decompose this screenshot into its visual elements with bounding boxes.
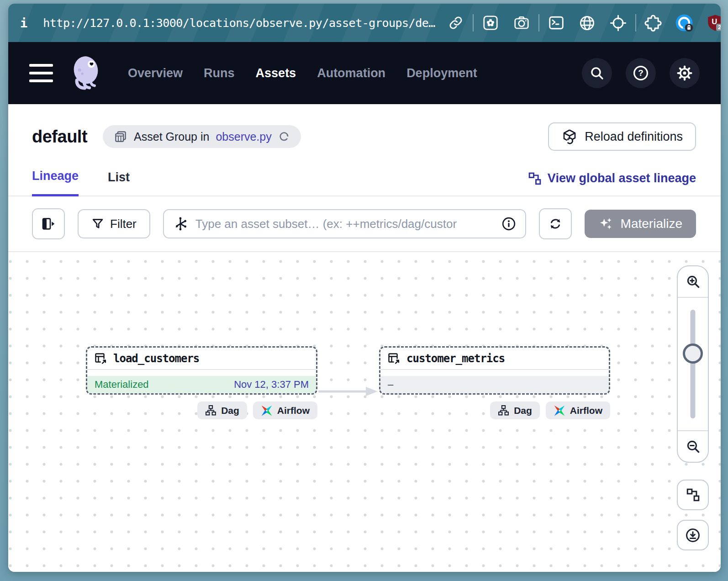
camera-icon <box>513 15 530 31</box>
browser-toolbar: i http://127.0.0.1:3000/locations/observ… <box>8 4 721 42</box>
toolbar-divider <box>635 14 636 32</box>
camera-button[interactable] <box>511 12 532 33</box>
toolbar-divider <box>538 14 539 32</box>
panel-expand-icon <box>41 217 56 231</box>
devtools-group <box>546 12 629 33</box>
adblock-button[interactable]: U 2 <box>705 12 721 33</box>
hamburger-menu-button[interactable] <box>29 64 53 82</box>
terminal-icon <box>548 15 564 31</box>
picker-button[interactable] <box>608 12 629 33</box>
zoom-slider[interactable] <box>678 298 708 430</box>
airflow-icon <box>554 405 565 417</box>
sparkles-icon <box>598 216 614 232</box>
tab-list[interactable]: List <box>108 170 130 195</box>
materialization-status: – <box>388 379 393 391</box>
zoom-in-button[interactable] <box>678 266 708 298</box>
extensions-button[interactable] <box>643 12 664 33</box>
dagster-logo[interactable] <box>67 54 105 92</box>
reload-definitions-button[interactable]: Reload definitions <box>548 122 696 151</box>
page-title: default <box>32 127 87 147</box>
nav-actions: ? <box>582 58 700 88</box>
screenshot-flower-button[interactable] <box>480 12 501 33</box>
code-location-link[interactable]: observe.py <box>216 130 271 143</box>
tag-dag[interactable]: Dag <box>197 401 247 419</box>
tag-label: Airflow <box>570 405 602 416</box>
asset-status-row: – <box>380 376 609 393</box>
view-global-asset-lineage-label: View global asset lineage <box>548 171 696 185</box>
asset-name: load_customers <box>113 352 199 365</box>
download-graph-button[interactable] <box>677 520 709 550</box>
airflow-icon <box>261 405 273 417</box>
dag-icon <box>205 405 216 416</box>
asset-node-header: customer_metrics <box>380 348 609 370</box>
browser-action-icons: U 2 <box>466 12 721 33</box>
assets-page: default Asset Group in observe.py <box>8 104 721 572</box>
toolbar-divider <box>473 14 474 32</box>
lineage-canvas[interactable]: load_customers Materialized Nov 12, 3:37… <box>8 251 721 572</box>
view-global-asset-lineage-link[interactable]: View global asset lineage <box>528 171 696 195</box>
fit-graph-button[interactable] <box>677 480 709 510</box>
tab-lineage[interactable]: Lineage <box>32 169 79 196</box>
refresh-graph-button[interactable] <box>539 208 572 239</box>
svg-text:U: U <box>712 17 717 26</box>
nav-item-deployment[interactable]: Deployment <box>406 66 477 80</box>
zoom-out-button[interactable] <box>678 430 708 462</box>
asset-tags-customer-metrics: Dag Airflow <box>379 401 610 419</box>
page-header: default Asset Group in observe.py <box>8 104 721 151</box>
filter-button[interactable]: Filter <box>78 209 150 238</box>
search-icon <box>590 66 604 80</box>
zoom-in-icon <box>686 274 701 289</box>
address-bar-url[interactable]: http://127.0.0.1:3000/locations/observe.… <box>43 16 435 30</box>
search-button[interactable] <box>582 58 612 88</box>
nav-item-automation[interactable]: Automation <box>317 66 385 80</box>
download-icon <box>685 528 701 543</box>
nav-item-assets[interactable]: Assets <box>256 66 296 80</box>
lineage-graph-icon <box>686 488 700 502</box>
svg-text:?: ? <box>638 68 643 78</box>
capture-group <box>480 12 532 33</box>
observable-asset-icon <box>387 352 400 365</box>
asset-node-customer-metrics[interactable]: customer_metrics – <box>379 346 610 395</box>
expand-side-panel-button[interactable] <box>32 208 65 239</box>
dag-icon <box>498 405 509 416</box>
nav-item-overview[interactable]: Overview <box>128 66 183 80</box>
materialization-timestamp[interactable]: Nov 12, 3:37 PM <box>234 379 309 391</box>
puzzle-icon <box>644 14 662 32</box>
screen: i http://127.0.0.1:3000/locations/observ… <box>0 0 728 581</box>
badge-refresh-icon[interactable] <box>278 131 290 143</box>
materialize-label: Materialize <box>621 217 682 231</box>
tag-label: Dag <box>514 405 532 416</box>
zoom-slider-track[interactable] <box>691 310 696 418</box>
shield-badge-icon: U 2 <box>706 14 721 32</box>
info-icon[interactable] <box>501 217 516 231</box>
globe-button[interactable] <box>577 12 598 33</box>
extensions-group: U 2 <box>643 12 721 33</box>
tag-dag[interactable]: Dag <box>490 401 540 419</box>
help-button[interactable]: ? <box>626 58 656 88</box>
asset-node-body <box>87 370 316 376</box>
asset-subset-input[interactable] <box>195 217 495 232</box>
observable-asset-icon <box>94 352 107 365</box>
flower-container-icon <box>482 15 499 31</box>
browser-window: i http://127.0.0.1:3000/locations/observ… <box>8 4 721 572</box>
asset-group-label: Asset Group in <box>134 130 209 143</box>
lineage-graph-icon <box>528 172 542 185</box>
lineage-toolbar: Filter <box>8 196 721 251</box>
zoom-slider-thumb[interactable] <box>683 343 703 364</box>
page-info-icon[interactable]: i <box>20 16 27 30</box>
copy-link-icon[interactable] <box>445 12 466 33</box>
asset-node-header: load_customers <box>87 348 316 370</box>
terminal-button[interactable] <box>546 12 567 33</box>
svg-text:2: 2 <box>718 24 721 31</box>
tag-airflow[interactable]: Airflow <box>546 401 610 419</box>
tag-airflow[interactable]: Airflow <box>253 401 317 419</box>
globe-icon <box>579 15 596 32</box>
asset-subset-field <box>163 209 526 238</box>
settings-button[interactable] <box>670 58 700 88</box>
password-manager-button[interactable] <box>674 12 695 33</box>
materialize-button[interactable]: Materialize <box>585 210 696 238</box>
nav-item-runs[interactable]: Runs <box>204 66 235 80</box>
asset-node-load-customers[interactable]: load_customers Materialized Nov 12, 3:37… <box>86 346 317 395</box>
onepassword-icon <box>675 14 693 32</box>
crosshair-icon <box>610 15 627 32</box>
